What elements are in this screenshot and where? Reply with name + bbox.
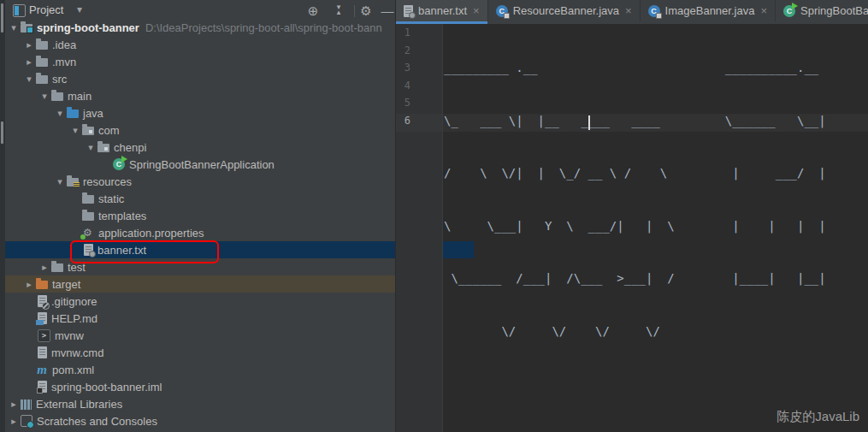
tree-label: spring-boot-banner.iml [51, 381, 162, 394]
settings-gear-icon[interactable]: ⚙ [357, 3, 375, 20]
expand-arrow-icon[interactable]: ▾ [38, 91, 51, 102]
tree-row-mvnw-cmd[interactable]: mvnw.cmd [5, 344, 428, 361]
expand-arrow-icon[interactable]: ▾ [84, 142, 97, 153]
tree-label: .gitignore [51, 295, 97, 308]
line-number: 1 [396, 24, 410, 42]
tab-image-banner[interactable]: C ImageBanner.java × [641, 0, 776, 21]
expand-arrow-icon[interactable]: ▸ [7, 416, 21, 427]
tab-spring-boot-banner[interactable]: C SpringBootBann [776, 0, 868, 21]
panel-title: Project [29, 3, 63, 16]
folder-icon [82, 195, 94, 204]
project-path: D:\IdeaProjects\spring-boot-all\spring-b… [145, 21, 382, 34]
tab-label: SpringBootBann [800, 4, 868, 17]
folder-icon [36, 58, 48, 67]
tree-label: com [98, 124, 120, 137]
expand-arrow-icon[interactable]: ▾ [53, 176, 67, 187]
tree-row-external-libraries[interactable]: ▸ External Libraries [5, 395, 397, 412]
expand-arrow-icon[interactable]: ▸ [38, 262, 51, 273]
package-icon [97, 144, 109, 152]
tree-label: Scratches and Consoles [37, 415, 157, 428]
runnable-class-icon: C [783, 5, 795, 17]
collapse-all-icon[interactable]: ▾ ▴ [330, 5, 347, 15]
expand-arrow-icon[interactable]: ▸ [22, 56, 36, 68]
tree-label: java [83, 107, 103, 120]
tree-row-com[interactable]: ▾ com [5, 121, 458, 139]
folder-icon [51, 263, 63, 272]
terminal-file-icon: > [38, 329, 50, 342]
tree-label: templates [98, 210, 146, 222]
script-file-icon [38, 346, 47, 358]
tree-row-idea[interactable]: ▸ .idea [5, 36, 412, 53]
tree-label: src [52, 73, 67, 86]
tab-label: ImageBanner.java [665, 4, 755, 17]
tree-row-main[interactable]: ▾ main [5, 87, 428, 104]
tree-row-iml[interactable]: spring-boot-banner.iml [5, 378, 428, 395]
line-numbers: 1 2 3 4 5 6 [396, 24, 410, 129]
scratches-icon [21, 415, 32, 427]
tree-row-java[interactable]: ▾ java [5, 104, 443, 121]
code-line: \/ \/ \/ \/ [444, 323, 826, 340]
tree-label: target [52, 278, 80, 291]
tree-label: mvnw [55, 329, 84, 342]
maven-icon: m [36, 364, 48, 376]
editor-tab-bar: banner.txt × C ResourceBanner.java × C I… [396, 0, 868, 24]
folder-icon [82, 212, 94, 221]
hide-panel-icon[interactable]: — [379, 3, 396, 20]
tree-row-target[interactable]: ▸ target [5, 275, 412, 293]
tab-resource-banner[interactable]: C ResourceBanner.java × [488, 0, 641, 21]
resources-folder-icon [67, 178, 79, 186]
tab-banner-txt[interactable]: banner.txt × [396, 0, 488, 21]
expand-arrow-icon[interactable]: ▸ [7, 399, 21, 410]
expand-arrow-icon[interactable]: ▾ [22, 74, 36, 85]
tree-label: application.properties [98, 227, 204, 240]
project-folder-icon [21, 24, 32, 33]
tree-row-scratches[interactable]: ▸ Scratches and Consoles [5, 412, 397, 429]
gitignore-file-icon [38, 295, 47, 307]
text-file-icon [404, 5, 413, 17]
line-number: 2 [396, 42, 410, 60]
stripe-mark [1, 3, 3, 33]
tree-row-project-root[interactable]: ▾ spring-boot-banner D:\IdeaProjects\spr… [5, 19, 397, 36]
folder-icon [36, 41, 48, 50]
tree-row-help-md[interactable]: HELP.md [5, 310, 428, 327]
tree-row-pom-xml[interactable]: m pom.xml [5, 361, 426, 378]
line-number-current: 6 [396, 112, 410, 130]
watermark-text: 陈皮的JavaLib [776, 409, 859, 425]
runnable-class-icon: C [113, 158, 125, 170]
tree-row-mvnw[interactable]: > mvnw [5, 327, 428, 344]
tree-row-gitignore[interactable]: .gitignore [5, 293, 428, 310]
expand-arrow-icon[interactable]: ▾ [7, 22, 21, 33]
expand-arrow-icon[interactable]: ▾ [53, 108, 67, 119]
tree-row-src[interactable]: ▾ src [5, 70, 412, 87]
source-folder-icon [67, 109, 79, 118]
close-icon[interactable]: × [760, 5, 767, 16]
excluded-folder-icon [36, 281, 48, 289]
line-number: 3 [396, 59, 410, 77]
project-panel: Project ▾ ⊕ ▾ ▴ ⚙ — ▾ spring-boot-banner… [5, 0, 395, 432]
tree-label: chenpi [114, 141, 146, 154]
code-line: / \ \/| | \_/ __ \ / \ | ___/ | [444, 164, 826, 182]
editor-text-area[interactable]: _________ .__ __________.__ \_ ___ \| |_… [444, 24, 826, 358]
code-line: _________ .__ __________.__ [444, 59, 826, 77]
close-icon[interactable]: × [625, 5, 632, 16]
package-icon [82, 127, 94, 135]
project-window-icon [13, 4, 26, 17]
properties-file-icon: ⚙ [81, 227, 94, 240]
locate-icon[interactable]: ⊕ [304, 3, 322, 20]
tree-row-resources[interactable]: ▾ resources [5, 173, 443, 190]
tree-label: spring-boot-banner [37, 21, 139, 34]
line-number: 5 [396, 94, 410, 112]
expand-arrow-icon[interactable]: ▾ [68, 125, 82, 136]
tree-label: HELP.md [51, 312, 97, 325]
code-line: \ \___| Y \ ___/| | \ | | | | [444, 217, 826, 235]
close-icon[interactable]: × [473, 5, 480, 16]
markdown-file-icon [38, 312, 47, 324]
toolbar-separator [354, 5, 355, 17]
module-file-icon [38, 381, 47, 393]
expand-arrow-icon[interactable]: ▸ [22, 279, 36, 290]
project-dropdown-arrow-icon[interactable]: ▾ [77, 3, 82, 15]
text-caret [588, 115, 590, 130]
expand-arrow-icon[interactable]: ▸ [22, 39, 36, 50]
tree-row-mvn[interactable]: ▸ .mvn [5, 53, 412, 70]
tree-label: main [68, 90, 92, 103]
